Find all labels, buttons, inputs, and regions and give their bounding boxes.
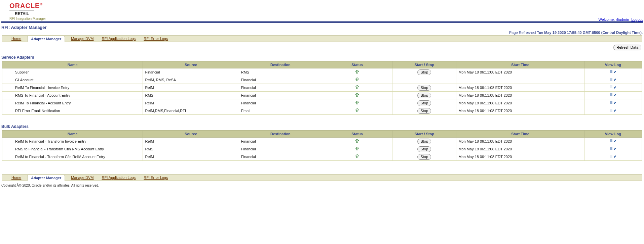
table-header-row: Name Source Destination Status Start / S…: [2, 131, 642, 138]
cell-start-time: Mon May 18 06:11:08 EDT 2020: [456, 145, 584, 153]
cell-view-log: [584, 99, 642, 107]
col-name: Name: [2, 61, 143, 68]
svg-marker-29: [614, 109, 616, 112]
cell-name: RMS to Financial - Transform Cfin RMS Ac…: [2, 145, 143, 153]
cell-source: ReIM,RMS,Financial,RFI: [143, 107, 239, 115]
svg-marker-0: [355, 70, 359, 74]
status-up-icon: [355, 78, 359, 82]
tab-rfi-error-logs-bottom[interactable]: RFI Error Logs: [144, 176, 168, 180]
tab-rfi-application-logs[interactable]: RFI Application Logs: [102, 37, 136, 41]
stop-button[interactable]: Stop: [417, 154, 431, 160]
svg-marker-20: [355, 101, 359, 104]
col-start-time: Start Time: [456, 61, 584, 68]
tab-home-bottom[interactable]: Home: [11, 176, 21, 180]
col-status: Status: [322, 61, 392, 68]
svg-marker-9: [614, 79, 616, 81]
cell-destination: Financial: [239, 99, 322, 107]
tab-home[interactable]: Home: [11, 37, 21, 41]
svg-marker-10: [355, 85, 359, 89]
cell-view-log: [584, 153, 642, 161]
stop-button[interactable]: Stop: [417, 93, 431, 98]
cell-start-stop: Stop: [392, 84, 456, 92]
cell-destination: Financial: [239, 145, 322, 153]
tab-adapter-manager-bottom[interactable]: Adapter Manager: [27, 175, 65, 181]
top-right-links: Welcome, rfiadmin Logout: [598, 17, 643, 21]
cell-status: [322, 99, 392, 107]
cell-status: [322, 76, 392, 84]
cell-start-stop: Stop: [392, 138, 456, 145]
cell-destination: Financial: [239, 92, 322, 99]
table-row: ReIM To Financial - Invoice EntryReIMFin…: [2, 84, 642, 92]
tab-bar-top: Home Adapter Manager Manage DVM RFI Appl…: [2, 35, 642, 42]
cell-source: ReIM, RMS, ReSA: [143, 76, 239, 84]
stop-button[interactable]: Stop: [417, 69, 431, 75]
brand-logo: ORACLE® RETAIL RFI Integration Manager: [0, 0, 644, 21]
tab-manage-dvm-bottom[interactable]: Manage DVM: [71, 176, 93, 180]
cell-name: RFI Error Email Notification: [2, 107, 143, 115]
cell-name: ReIM to Financial - Transform Invoice En…: [2, 138, 143, 145]
logout-link[interactable]: Logout: [631, 17, 643, 21]
cell-view-log: [584, 107, 642, 115]
view-log-icon[interactable]: [610, 147, 616, 150]
status-up-icon: [355, 101, 359, 105]
stop-button[interactable]: Stop: [417, 85, 431, 91]
view-log-icon[interactable]: [610, 109, 616, 112]
cell-start-time: Mon May 18 06:11:08 EDT 2020: [456, 138, 584, 145]
cell-source: ReIM: [143, 153, 239, 161]
cell-source: ReIM: [143, 99, 239, 107]
cell-status: [322, 92, 392, 99]
svg-marker-25: [355, 108, 359, 112]
page-refresh-info: Page Refreshed Tue May 19 2020 17:55:40 …: [0, 31, 644, 35]
status-up-icon: [355, 108, 359, 113]
cell-destination: RMS: [239, 68, 322, 76]
svg-marker-44: [614, 155, 616, 158]
cell-destination: Financial: [239, 153, 322, 161]
tab-manage-dvm[interactable]: Manage DVM: [71, 37, 93, 41]
tab-rfi-application-logs-bottom[interactable]: RFI Application Logs: [102, 176, 136, 180]
copyright: Copyright Â© 2020, Oracle and/or its aff…: [1, 184, 643, 187]
view-log-icon[interactable]: [610, 139, 616, 143]
svg-marker-19: [614, 94, 616, 96]
cell-view-log: [584, 138, 642, 145]
page-refresh-time: Tue May 19 2020 17:55:40 GMT-0500 (Centr…: [537, 31, 643, 35]
stop-button[interactable]: Stop: [417, 139, 431, 144]
stop-button[interactable]: Stop: [417, 146, 431, 152]
brand-oracle: ORACLE®: [9, 2, 641, 10]
view-log-icon[interactable]: [610, 78, 616, 81]
svg-marker-24: [614, 102, 616, 104]
cell-destination: Email: [239, 107, 322, 115]
cell-start-time: Mon May 18 06:11:08 EDT 2020: [456, 107, 584, 115]
cell-source: ReIM: [143, 138, 239, 145]
table-row: RFI Error Email NotificationReIM,RMS,Fin…: [2, 107, 642, 115]
view-log-icon[interactable]: [610, 101, 616, 104]
table-row: ReIM to Financial - Transform Invoice En…: [2, 138, 642, 145]
status-up-icon: [355, 147, 359, 151]
section-service-adapters-title: Service Adapters: [1, 55, 644, 60]
status-up-icon: [355, 85, 359, 90]
cell-view-log: [584, 68, 642, 76]
cell-source: RMS: [143, 145, 239, 153]
svg-marker-35: [355, 147, 359, 150]
col-name: Name: [2, 131, 143, 138]
stop-button[interactable]: Stop: [417, 108, 431, 114]
view-log-icon[interactable]: [610, 86, 616, 89]
svg-marker-34: [614, 140, 616, 142]
cell-status: [322, 145, 392, 153]
view-log-icon[interactable]: [610, 70, 616, 74]
section-bulk-adapters-title: Bulk Adapters: [1, 124, 644, 129]
refresh-data-button[interactable]: Refresh Data: [613, 45, 641, 50]
bulk-adapters-table: Name Source Destination Status Start / S…: [2, 130, 642, 161]
tab-rfi-error-logs[interactable]: RFI Error Logs: [144, 37, 168, 41]
tab-adapter-manager[interactable]: Adapter Manager: [27, 36, 65, 42]
view-log-icon[interactable]: [610, 155, 616, 158]
stop-button[interactable]: Stop: [417, 100, 431, 106]
cell-start-stop: Stop: [392, 68, 456, 76]
tab-bar-bottom: Home Adapter Manager Manage DVM RFI Appl…: [2, 174, 642, 181]
page-title: RFI: Adapter Manager: [1, 25, 644, 30]
view-log-icon[interactable]: [610, 93, 616, 97]
svg-marker-4: [614, 71, 616, 73]
cell-destination: Financial: [239, 84, 322, 92]
cell-view-log: [584, 84, 642, 92]
col-source: Source: [143, 61, 239, 68]
cell-start-time: Mon May 18 06:11:08 EDT 2020: [456, 153, 584, 161]
